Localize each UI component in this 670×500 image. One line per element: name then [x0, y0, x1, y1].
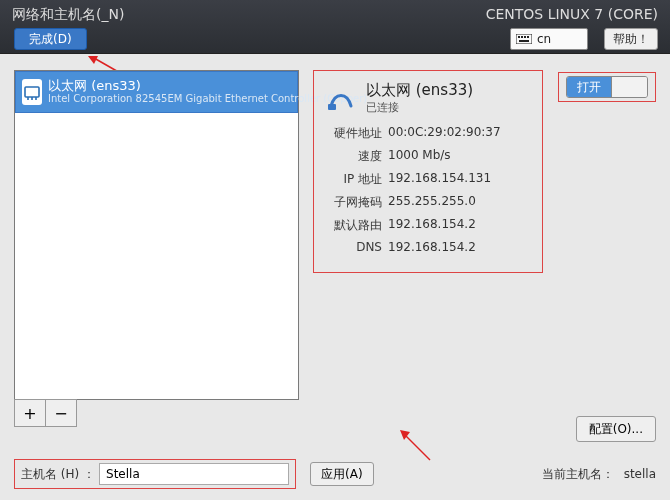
- details-value: 255.255.255.0: [388, 194, 532, 211]
- svg-rect-9: [328, 104, 336, 110]
- details-key: 速度: [324, 148, 382, 165]
- svg-rect-1: [518, 36, 520, 38]
- nic-list[interactable]: 以太网 (ens33) Intel Corporation 82545EM Gi…: [14, 70, 299, 400]
- svg-rect-0: [516, 34, 532, 44]
- toggle-label: 打开: [567, 77, 611, 97]
- keyboard-layout-indicator[interactable]: cn: [510, 28, 588, 50]
- details-row: 硬件地址00:0C:29:02:90:37: [324, 125, 532, 142]
- page-title: 网络和主机名(_N): [12, 6, 124, 24]
- toggle-knob: [611, 77, 647, 97]
- current-hostname-label: 当前主机名：: [542, 466, 614, 483]
- details-status: 已连接: [366, 100, 473, 115]
- hostname-row: 主机名 (H) ： 应用(A) 当前主机名： stella: [14, 458, 656, 490]
- details-row: 子网掩码255.255.255.0: [324, 194, 532, 211]
- keyboard-layout-text: cn: [537, 32, 551, 46]
- done-button[interactable]: 完成(D): [14, 28, 87, 50]
- details-value: 192.168.154.131: [388, 171, 532, 188]
- details-value: 00:0C:29:02:90:37: [388, 125, 532, 142]
- svg-rect-4: [527, 36, 529, 38]
- add-nic-button[interactable]: +: [14, 399, 46, 427]
- details-value: 1000 Mb/s: [388, 148, 532, 165]
- details-row: DNS192.168.154.2: [324, 240, 532, 254]
- hostname-input[interactable]: [99, 463, 289, 485]
- remove-nic-button[interactable]: −: [45, 399, 77, 427]
- help-button[interactable]: 帮助！: [604, 28, 658, 50]
- svg-rect-8: [25, 87, 39, 97]
- svg-marker-11: [400, 430, 410, 440]
- svg-line-10: [406, 436, 430, 460]
- nic-list-item[interactable]: 以太网 (ens33) Intel Corporation 82545EM Gi…: [15, 71, 298, 113]
- details-value: 192.168.154.2: [388, 217, 532, 234]
- keyboard-icon: [515, 33, 533, 45]
- hostname-input-group: 主机名 (H) ：: [14, 459, 296, 489]
- details-row: 默认路由192.168.154.2: [324, 217, 532, 234]
- svg-rect-2: [521, 36, 523, 38]
- connection-toggle[interactable]: 打开: [566, 76, 648, 98]
- current-hostname-value: stella: [624, 467, 656, 481]
- details-panel: 以太网 (ens33) 已连接 硬件地址00:0C:29:02:90:37速度1…: [313, 70, 543, 273]
- ethernet-large-icon: [324, 81, 358, 115]
- details-key: 硬件地址: [324, 125, 382, 142]
- details-key: 默认路由: [324, 217, 382, 234]
- add-remove-toolbar: + −: [14, 399, 299, 427]
- content-area: 以太网 (ens33) Intel Corporation 82545EM Gi…: [0, 54, 670, 500]
- hostname-label: 主机名 (H) ：: [21, 466, 95, 483]
- details-row: 速度1000 Mb/s: [324, 148, 532, 165]
- details-value: 192.168.154.2: [388, 240, 532, 254]
- svg-rect-3: [524, 36, 526, 38]
- top-bar: 网络和主机名(_N) 完成(D) CENTOS LINUX 7 (CORE) c…: [0, 0, 670, 54]
- distro-label: CENTOS LINUX 7 (CORE): [486, 6, 658, 22]
- details-title: 以太网 (ens33): [366, 81, 473, 100]
- configure-button[interactable]: 配置(O)...: [576, 416, 656, 442]
- details-key: IP 地址: [324, 171, 382, 188]
- ethernet-icon: [22, 79, 42, 105]
- details-key: DNS: [324, 240, 382, 254]
- apply-hostname-button[interactable]: 应用(A): [310, 462, 374, 486]
- details-key: 子网掩码: [324, 194, 382, 211]
- nic-list-panel: 以太网 (ens33) Intel Corporation 82545EM Gi…: [14, 70, 299, 427]
- svg-rect-5: [519, 40, 529, 42]
- toggle-annotation-box: 打开: [558, 72, 656, 102]
- details-row: IP 地址192.168.154.131: [324, 171, 532, 188]
